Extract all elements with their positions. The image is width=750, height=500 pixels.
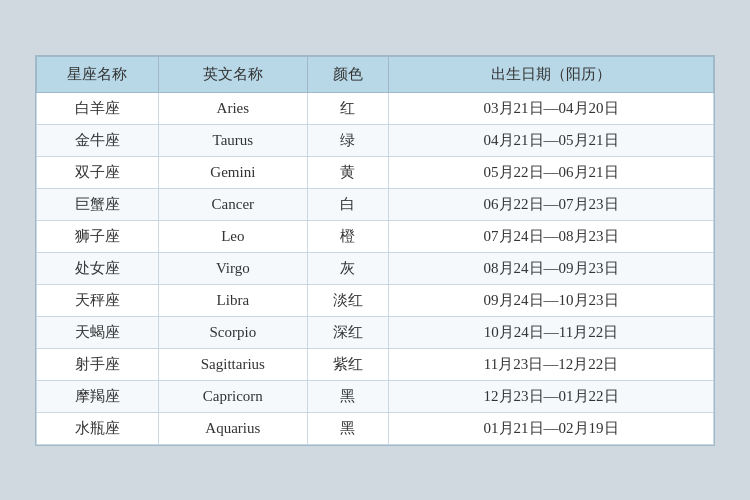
cell-color: 黄 <box>307 156 388 188</box>
cell-date: 12月23日—01月22日 <box>389 380 714 412</box>
table-row: 水瓶座Aquarius黑01月21日—02月19日 <box>37 412 714 444</box>
cell-cn: 射手座 <box>37 348 159 380</box>
cell-color: 绿 <box>307 124 388 156</box>
header-cn: 星座名称 <box>37 56 159 92</box>
cell-date: 01月21日—02月19日 <box>389 412 714 444</box>
table-row: 双子座Gemini黄05月22日—06月21日 <box>37 156 714 188</box>
cell-cn: 巨蟹座 <box>37 188 159 220</box>
cell-en: Aries <box>158 92 307 124</box>
cell-en: Leo <box>158 220 307 252</box>
cell-cn: 天秤座 <box>37 284 159 316</box>
cell-en: Virgo <box>158 252 307 284</box>
cell-cn: 摩羯座 <box>37 380 159 412</box>
cell-cn: 金牛座 <box>37 124 159 156</box>
zodiac-table: 星座名称 英文名称 颜色 出生日期（阳历） 白羊座Aries红03月21日—04… <box>36 56 714 445</box>
cell-color: 红 <box>307 92 388 124</box>
cell-color: 黑 <box>307 412 388 444</box>
cell-color: 紫红 <box>307 348 388 380</box>
cell-date: 05月22日—06月21日 <box>389 156 714 188</box>
cell-date: 03月21日—04月20日 <box>389 92 714 124</box>
cell-en: Taurus <box>158 124 307 156</box>
cell-en: Libra <box>158 284 307 316</box>
cell-color: 黑 <box>307 380 388 412</box>
table-row: 射手座Sagittarius紫红11月23日—12月22日 <box>37 348 714 380</box>
table-row: 金牛座Taurus绿04月21日—05月21日 <box>37 124 714 156</box>
header-date: 出生日期（阳历） <box>389 56 714 92</box>
cell-cn: 白羊座 <box>37 92 159 124</box>
table-row: 天秤座Libra淡红09月24日—10月23日 <box>37 284 714 316</box>
cell-date: 06月22日—07月23日 <box>389 188 714 220</box>
cell-en: Sagittarius <box>158 348 307 380</box>
cell-cn: 双子座 <box>37 156 159 188</box>
zodiac-table-container: 星座名称 英文名称 颜色 出生日期（阳历） 白羊座Aries红03月21日—04… <box>35 55 715 446</box>
cell-cn: 处女座 <box>37 252 159 284</box>
table-row: 巨蟹座Cancer白06月22日—07月23日 <box>37 188 714 220</box>
cell-date: 07月24日—08月23日 <box>389 220 714 252</box>
table-header-row: 星座名称 英文名称 颜色 出生日期（阳历） <box>37 56 714 92</box>
cell-color: 淡红 <box>307 284 388 316</box>
cell-en: Aquarius <box>158 412 307 444</box>
table-row: 白羊座Aries红03月21日—04月20日 <box>37 92 714 124</box>
cell-color: 橙 <box>307 220 388 252</box>
header-color: 颜色 <box>307 56 388 92</box>
table-row: 狮子座Leo橙07月24日—08月23日 <box>37 220 714 252</box>
cell-en: Capricorn <box>158 380 307 412</box>
table-row: 天蝎座Scorpio深红10月24日—11月22日 <box>37 316 714 348</box>
cell-date: 08月24日—09月23日 <box>389 252 714 284</box>
cell-en: Scorpio <box>158 316 307 348</box>
cell-color: 白 <box>307 188 388 220</box>
table-row: 摩羯座Capricorn黑12月23日—01月22日 <box>37 380 714 412</box>
cell-color: 深红 <box>307 316 388 348</box>
cell-date: 09月24日—10月23日 <box>389 284 714 316</box>
cell-en: Gemini <box>158 156 307 188</box>
header-en: 英文名称 <box>158 56 307 92</box>
cell-cn: 狮子座 <box>37 220 159 252</box>
table-row: 处女座Virgo灰08月24日—09月23日 <box>37 252 714 284</box>
cell-date: 11月23日—12月22日 <box>389 348 714 380</box>
cell-en: Cancer <box>158 188 307 220</box>
table-body: 白羊座Aries红03月21日—04月20日金牛座Taurus绿04月21日—0… <box>37 92 714 444</box>
cell-date: 04月21日—05月21日 <box>389 124 714 156</box>
cell-date: 10月24日—11月22日 <box>389 316 714 348</box>
cell-color: 灰 <box>307 252 388 284</box>
cell-cn: 天蝎座 <box>37 316 159 348</box>
cell-cn: 水瓶座 <box>37 412 159 444</box>
